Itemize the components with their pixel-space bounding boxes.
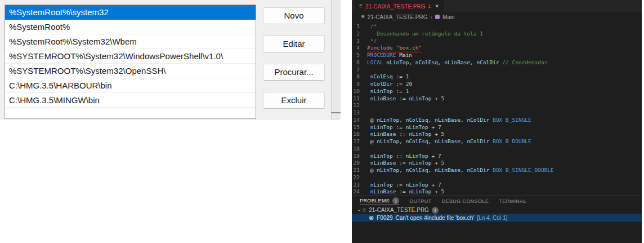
code-line[interactable]: 5PROCEDURE Main xyxy=(352,52,642,59)
tab-problems[interactable]: PROBLEMS 1 xyxy=(360,196,399,205)
code-line[interactable]: 2 Desenhando um retângulo da tela 1 xyxy=(352,30,642,38)
env-path-item[interactable]: %SYSTEMROOT%\System32\WindowsPowerShell\… xyxy=(5,49,256,64)
code-line[interactable]: 15 nLinTop := nLinTop + 7 xyxy=(352,124,642,131)
line-number: 23 xyxy=(352,182,360,189)
code-line[interactable]: 20 nLinBase := nLinTop + 5 xyxy=(352,160,642,167)
code-line[interactable]: 3 */ xyxy=(352,38,642,45)
code-text: @ nLinTop, nColEsq, nLinBase, nColDir BO… xyxy=(367,138,531,145)
env-path-item[interactable]: C:\HMG.3.5\HARBOUR\bin xyxy=(5,78,256,93)
code-text: nLinTop := nLinTop + 7 xyxy=(367,124,441,131)
code-line[interactable]: 16 nLinBase := nLinTop + 5 xyxy=(352,131,642,138)
code-text: PROCEDURE Main xyxy=(367,52,412,59)
bottom-panel: PROBLEMS 1 OUTPUT DEBUG CONSOLE TERMINAL… xyxy=(352,195,642,243)
line-number: 2 xyxy=(352,30,360,38)
code-text: nLinBase := nLinTop + 5 xyxy=(367,95,444,103)
code-line[interactable]: 19 nLinTop := nLinTop + 7 xyxy=(352,153,642,160)
env-path-item[interactable]: C:\HMG.3.5\MINGW\bin xyxy=(5,93,256,108)
panel-tab-label: OUTPUT xyxy=(409,198,431,204)
line-number: 24 xyxy=(352,188,360,195)
dialog-right-edge xyxy=(331,0,341,120)
chevron-down-icon[interactable]: › xyxy=(356,209,362,211)
method-symbol-icon xyxy=(435,15,440,19)
vscode-window: ≡ 21-CAIXA_TESTE.PRG 1 ✕ ≡ 21-CAIXA_TEST… xyxy=(352,0,642,243)
problem-error-row[interactable]: ⊗ F0029 Can't open #include file 'box.ch… xyxy=(352,214,642,222)
panel-tab-label: DEBUG CONSOLE xyxy=(442,198,489,204)
env-path-item[interactable]: %SystemRoot%\system32 xyxy=(5,5,256,20)
line-number: 7 xyxy=(352,67,360,74)
code-line[interactable]: 11 nLinBase := nLinTop + 5 xyxy=(352,95,642,103)
code-text: #include "box.ch" xyxy=(367,45,422,52)
code-line[interactable]: 1 /* xyxy=(352,23,642,30)
line-number: 13 xyxy=(352,109,360,117)
code-editor[interactable]: 1 /*2 Desenhando um retângulo da tela 13… xyxy=(352,21,642,195)
problems-file-group[interactable]: › ≡ 21-CAIXA_TESTE.PRG 1 xyxy=(352,206,642,214)
code-line[interactable]: 8 nColEsq := 1 xyxy=(352,73,642,81)
line-number: 16 xyxy=(352,131,360,138)
novo-button[interactable]: Novo xyxy=(263,7,325,24)
env-path-item[interactable]: %SystemRoot% xyxy=(5,20,256,34)
breadcrumb-file[interactable]: 21-CAIXA_TESTE.PRG xyxy=(368,14,428,20)
problems-count-badge: 1 xyxy=(392,197,399,204)
line-number: 17 xyxy=(352,138,360,145)
code-text: @ nLinTop, nColEsq, nLinBase, nColDir BO… xyxy=(367,117,531,124)
code-line[interactable]: 7 xyxy=(352,67,642,74)
code-line[interactable]: 18 xyxy=(352,145,642,153)
code-line[interactable]: 4#include "box.ch" xyxy=(352,45,642,52)
code-text: nColDir := 20 xyxy=(367,81,412,88)
procurar-button[interactable]: Procurar... xyxy=(263,64,325,81)
code-text: Desenhando um retângulo da tela 1 xyxy=(367,30,483,38)
code-line[interactable]: 22 xyxy=(352,174,642,182)
breadcrumb-symbol[interactable]: Main xyxy=(442,14,455,20)
line-number: 15 xyxy=(352,124,360,131)
line-number: 6 xyxy=(352,59,360,67)
code-line[interactable]: 12 xyxy=(352,102,642,109)
code-text: nColEsq := 1 xyxy=(367,73,409,81)
code-line[interactable]: 21 @ nLinTop, nColEsq, nLinBase, nColDir… xyxy=(352,167,642,174)
error-squiggle: #include "box.ch" xyxy=(367,45,422,51)
close-icon[interactable]: ✕ xyxy=(435,3,440,9)
line-number: 18 xyxy=(352,145,360,153)
code-text: */ xyxy=(367,38,377,45)
code-text: nLinBase := nLinTop + 5 xyxy=(367,160,444,167)
line-number: 21 xyxy=(352,167,360,174)
file-icon: ≡ xyxy=(359,3,363,9)
error-location: [Ln 4, Col 1] xyxy=(477,215,507,221)
problems-file-name: 21-CAIXA_TESTE.PRG xyxy=(369,207,429,213)
code-line[interactable]: 14 @ nLinTop, nColEsq, nLinBase, nColDir… xyxy=(352,117,642,124)
code-text: nLinBase := nLinTop + 5 xyxy=(367,188,444,195)
code-line[interactable]: 23 nLinTop := nLinTop + 7 xyxy=(352,182,642,189)
editar-button[interactable]: Editar xyxy=(263,36,325,52)
panel-tab-label: TERMINAL xyxy=(499,198,526,204)
editor-tab-bar: ≡ 21-CAIXA_TESTE.PRG 1 ✕ xyxy=(352,0,642,12)
file-icon: ≡ xyxy=(361,14,365,20)
tab-debug-console[interactable]: DEBUG CONSOLE xyxy=(442,196,489,205)
code-text: LOCAL nLinTop, nColEsq, nLinBase, nColDi… xyxy=(367,59,547,67)
tab-problem-badge: 1 xyxy=(428,3,431,9)
code-text: nLinTop := 1 xyxy=(367,88,409,95)
file-icon: ≡ xyxy=(363,207,366,213)
code-line[interactable]: 10 nLinTop := 1 xyxy=(352,88,642,95)
excluir-button[interactable]: Excluir xyxy=(263,92,325,109)
code-line[interactable]: 24 nLinBase := nLinTop + 5 xyxy=(352,188,642,195)
line-number: 5 xyxy=(352,52,360,59)
tab-label: 21-CAIXA_TESTE.PRG xyxy=(365,3,426,10)
code-line[interactable]: 17 @ nLinTop, nColEsq, nLinBase, nColDir… xyxy=(352,138,642,145)
environment-variable-dialog: %SystemRoot%\system32%SystemRoot%%System… xyxy=(0,0,331,120)
line-number: 8 xyxy=(352,73,360,81)
code-text: @ nLinTop, nColEsq, nLinBase, nColDir BO… xyxy=(367,167,554,174)
line-number: 11 xyxy=(352,95,360,103)
env-path-item[interactable]: %SYSTEMROOT%\System32\OpenSSH\ xyxy=(5,64,256,78)
code-line[interactable]: 13 xyxy=(352,109,642,117)
env-path-item[interactable]: %SystemRoot%\System32\Wbem xyxy=(5,34,256,49)
tab-terminal[interactable]: TERMINAL xyxy=(499,196,526,205)
code-line[interactable]: 9 nColDir := 20 xyxy=(352,81,642,88)
tab-caixa-teste-prg[interactable]: ≡ 21-CAIXA_TESTE.PRG 1 ✕ xyxy=(355,0,444,12)
file-problems-badge: 1 xyxy=(432,207,439,214)
env-path-list[interactable]: %SystemRoot%\system32%SystemRoot%%System… xyxy=(5,5,256,119)
line-number: 22 xyxy=(352,174,360,182)
code-line[interactable]: 6LOCAL nLinTop, nColEsq, nLinBase, nColD… xyxy=(352,59,642,67)
line-number: 9 xyxy=(352,81,360,88)
panel-tab-bar: PROBLEMS 1 OUTPUT DEBUG CONSOLE TERMINAL xyxy=(360,196,526,205)
tab-output[interactable]: OUTPUT xyxy=(409,196,431,205)
panel-tab-label: PROBLEMS xyxy=(360,198,390,204)
